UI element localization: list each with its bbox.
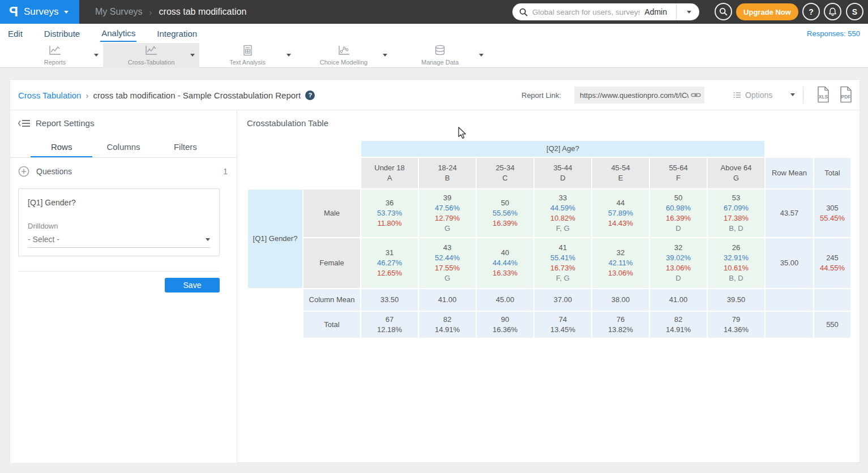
cell-row-pct: 46.27% (361, 258, 418, 268)
responses-count: Responses: 550 (807, 24, 860, 43)
chevron-down-icon[interactable] (94, 54, 99, 57)
breadcrumb-parent-link[interactable]: My Surveys (95, 7, 143, 17)
report-link-field[interactable]: https://www.questionpro.com/t/lCw3Zc (574, 87, 704, 104)
mouse-cursor (457, 127, 469, 139)
chevron-down-icon[interactable] (479, 54, 484, 57)
column-header: 18-24B (419, 158, 476, 188)
svg-text:XLS: XLS (819, 94, 828, 100)
cell-count: 50 (477, 198, 533, 208)
menu-item-edit[interactable]: Edit (7, 25, 24, 41)
toolbar-item-manage-data[interactable]: Manage Data (392, 43, 488, 68)
toolbar-item-text-analysis[interactable]: Text Analysis (199, 43, 296, 68)
save-button[interactable]: Save (165, 278, 220, 293)
chevron-down-icon[interactable] (190, 54, 195, 57)
cell-count: 79 (708, 315, 764, 325)
line-chart-icon (7, 45, 103, 56)
plus-circle-icon[interactable] (18, 166, 29, 177)
cross-tabulation-link[interactable]: Cross Tabulation (18, 91, 81, 100)
cell-row-pct: 42.11% (592, 258, 649, 268)
report-link-url[interactable]: https://www.questionpro.com/t/lCw3Zc (580, 91, 689, 100)
toolbar-item-cross-tabulation[interactable]: Cross-Tabulation (103, 43, 199, 68)
search-scope-dropdown[interactable] (681, 11, 694, 14)
column-mean-label: Column Mean (303, 289, 360, 311)
top-bar: P Surveys My Surveys › cross tab modific… (0, 0, 868, 24)
cell-col-pct: 14.43% (592, 218, 649, 229)
notifications-button[interactable] (824, 3, 841, 20)
tab-columns[interactable]: Columns (92, 137, 154, 157)
question-card: [Q1] Gender? Drilldown - Select - (18, 188, 220, 256)
cell-col-pct: 16.73% (535, 263, 591, 273)
row-total-cell: 30555.45% (814, 190, 850, 237)
cell-count: 36 (361, 198, 418, 208)
table-row-male: [Q1] Gender? Male 3653.73%11.80% 3947.56… (248, 190, 850, 237)
drilldown-select[interactable]: - Select - (28, 235, 210, 248)
menu-item-distribute[interactable]: Distribute (43, 25, 81, 41)
search-input[interactable] (532, 8, 640, 16)
chevron-down-icon (206, 238, 210, 241)
cell-pct: 16.36% (477, 325, 533, 335)
tab-filters[interactable]: Filters (155, 137, 216, 157)
collapse-panel-icon[interactable] (18, 119, 31, 127)
questions-label: Questions (36, 167, 72, 176)
chevron-down-icon[interactable] (790, 93, 795, 96)
menu-item-integration[interactable]: Integration (156, 25, 198, 41)
global-search[interactable]: Admin (512, 3, 699, 20)
report-card-header: Cross Tabulation › cross tab modificatio… (10, 80, 860, 110)
table-row-column-mean: Column Mean 33.50 41.00 45.00 37.00 38.0… (248, 289, 850, 311)
cell-count: 245 (814, 253, 850, 263)
column-header: 25-34C (477, 158, 533, 188)
chevron-down-icon[interactable] (287, 54, 291, 57)
upgrade-now-button[interactable]: Upgrade Now (736, 3, 798, 20)
product-switcher[interactable]: P Surveys (0, 0, 79, 24)
questions-count: 1 (223, 167, 228, 176)
cell-count: 26 (708, 243, 764, 253)
cell-col-pct: 16.33% (477, 268, 533, 278)
toolbar-item-reports[interactable]: Reports (7, 43, 103, 68)
options-menu[interactable]: Options (733, 87, 772, 104)
cell-count: 74 (535, 315, 591, 325)
breadcrumb-separator: › (149, 7, 152, 17)
column-header: 35-44D (535, 158, 591, 188)
export-pdf-button[interactable]: PDF (839, 86, 853, 103)
cell-pct: 14.91% (650, 325, 707, 335)
total-header: Total (814, 158, 850, 188)
row-mean-cell: 35.00 (766, 238, 813, 288)
search-button[interactable] (715, 3, 732, 20)
cell-count: 305 (814, 203, 850, 213)
toolbar-item-choice-modelling[interactable]: Choice Modelling (296, 43, 392, 68)
help-icon[interactable]: ? (305, 91, 315, 100)
xls-file-icon: XLS (816, 86, 830, 103)
tab-rows[interactable]: Rows (31, 137, 92, 157)
cell-col-pct: 13.06% (650, 263, 707, 273)
total-cell: 9016.36% (477, 312, 533, 338)
column-mean-cell: 33.50 (361, 289, 418, 311)
total-row-label: Total (303, 312, 360, 338)
menu-item-analytics[interactable]: Analytics (100, 25, 136, 42)
cell-sig: G (419, 273, 476, 283)
cell-count: 76 (592, 315, 649, 325)
table-row: [Q2] Age? (248, 141, 850, 157)
column-letter: F (650, 173, 707, 183)
data-cell: 3653.73%11.80% (361, 190, 418, 237)
cell-count: 82 (650, 315, 707, 325)
top-breadcrumb: My Surveys › cross tab modification (95, 0, 246, 24)
cell-row-pct: 39.02% (650, 253, 707, 263)
link-icon[interactable] (691, 91, 701, 99)
avatar[interactable]: S (846, 3, 863, 20)
total-cell: 7413.45% (535, 312, 591, 338)
data-cell: 4457.89%14.43% (592, 190, 649, 237)
pdf-file-icon: PDF (839, 86, 853, 103)
data-cell: 2632.91%10.61%B, D (708, 238, 764, 288)
cell-count: 40 (477, 248, 533, 258)
cell-count: 67 (361, 315, 418, 325)
cell-col-pct: 10.82% (535, 213, 591, 223)
q2-age-span-header: [Q2] Age? (361, 141, 764, 157)
export-xls-button[interactable]: XLS (816, 86, 830, 103)
data-cell: 3146.27%12.65% (361, 238, 418, 288)
toolbar-item-label: Text Analysis (199, 59, 296, 66)
cell-row-pct: 67.09% (708, 203, 764, 213)
divider (18, 271, 220, 272)
chevron-down-icon[interactable] (383, 54, 387, 57)
help-button[interactable]: ? (802, 3, 820, 20)
toolbar-item-label: Manage Data (392, 59, 488, 66)
